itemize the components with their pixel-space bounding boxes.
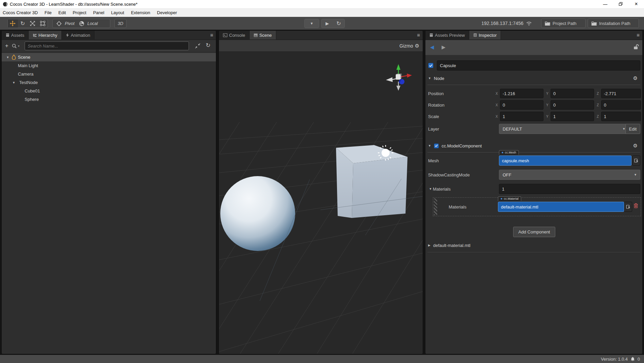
refresh-tree-button[interactable]: ↻ — [206, 42, 211, 49]
tree-item-main-light[interactable]: Main Light — [2, 61, 216, 70]
reload-button[interactable]: ↻ — [333, 19, 344, 28]
tree-item-testnode[interactable]: ▼ TestNode — [2, 78, 216, 87]
material-asset-field[interactable]: default-material.mtl — [498, 202, 624, 212]
search-input[interactable] — [25, 41, 189, 50]
mode-3d-button[interactable]: 3D — [115, 19, 126, 28]
rect-tool-button[interactable] — [38, 19, 48, 28]
axis-z-label: Z — [597, 103, 600, 107]
menu-cocos-creator-3d[interactable]: Cocos Creator 3D — [0, 8, 41, 17]
scene-tree: ▼ Scene Main Light Camera ▼ TestNode Cub… — [2, 53, 216, 354]
tree-item-scene[interactable]: ▼ Scene — [2, 53, 216, 61]
position-y-field[interactable] — [551, 89, 594, 98]
nav-forward-icon[interactable]: ▶ — [442, 44, 446, 50]
create-node-button[interactable]: + — [2, 43, 12, 49]
scale-x-field[interactable] — [500, 112, 543, 121]
tree-item-sphere[interactable]: Sphere — [2, 95, 216, 104]
play-button[interactable]: ▶ — [321, 19, 333, 28]
hierarchy-panel-menu-icon[interactable]: ≡ — [210, 32, 213, 38]
rotation-y-field[interactable] — [551, 100, 594, 110]
tree-item-camera[interactable]: Camera — [2, 70, 216, 78]
rotation-x-field[interactable] — [500, 100, 543, 110]
platform-dropdown-button[interactable]: ▼ — [305, 19, 319, 28]
search-filter-button[interactable]: ▼ — [12, 44, 20, 49]
materials-count-field[interactable]: 1 — [499, 184, 640, 194]
scale-tool-button[interactable] — [28, 19, 38, 28]
tree-item-cube01[interactable]: Cube01 — [2, 87, 216, 95]
reload-icon: ↻ — [336, 20, 341, 27]
layer-edit-button[interactable]: Edit — [625, 124, 640, 134]
model-component-settings-icon[interactable]: ⚙ — [633, 143, 638, 149]
scale-y-field[interactable] — [551, 112, 594, 121]
position-row: Position X Y Z — [428, 89, 640, 98]
model-component-checkbox[interactable] — [434, 143, 439, 148]
tab-assets-preview[interactable]: Assets Preview — [425, 31, 469, 39]
nav-back-icon[interactable]: ◀ — [430, 44, 434, 50]
local-toggle-button[interactable] — [77, 19, 86, 28]
section-expander-icon[interactable]: ▼ — [428, 144, 431, 147]
scale-z-field[interactable] — [601, 112, 641, 121]
installation-path-button[interactable]: Installation Path — [588, 19, 639, 28]
scene-viewport[interactable] — [219, 51, 423, 354]
layer-dropdown[interactable]: DEFAULT ▼ — [499, 124, 629, 134]
section-expander-icon[interactable]: ▼ — [428, 77, 431, 80]
lock-icon[interactable] — [633, 44, 639, 50]
gizmo-settings-icon[interactable]: ⚙ — [415, 43, 419, 49]
tab-assets[interactable]: Assets — [2, 31, 29, 39]
rotate-tool-button[interactable]: ↻ — [18, 19, 28, 28]
expander-icon[interactable]: ▼ — [6, 56, 10, 59]
drag-handle[interactable] — [434, 198, 437, 215]
collapse-all-button[interactable] — [195, 43, 200, 50]
menu-layout[interactable]: Layout — [108, 8, 128, 17]
position-z-field[interactable] — [601, 89, 641, 98]
add-component-button[interactable]: Add Component — [513, 227, 556, 237]
model-component-header[interactable]: ▼ cc.ModelComponent ⚙ — [428, 141, 640, 150]
expander-icon[interactable]: ▼ — [12, 81, 16, 84]
node-name-field[interactable] — [437, 60, 640, 71]
restore-button[interactable] — [613, 0, 628, 8]
tab-console[interactable]: Console — [219, 31, 250, 39]
material-picker-button[interactable] — [624, 202, 632, 212]
dropdown-caret-icon: ▼ — [310, 22, 313, 25]
shadow-casting-dropdown[interactable]: OFF ▼ — [499, 170, 640, 180]
menu-edit[interactable]: Edit — [55, 8, 69, 17]
sphere-object[interactable] — [220, 176, 310, 301]
inspector-panel-menu-icon[interactable]: ≡ — [637, 32, 640, 38]
tab-scene[interactable]: Scene — [250, 31, 276, 39]
node-settings-icon[interactable]: ⚙ — [633, 75, 638, 81]
search-icon — [12, 44, 17, 49]
material-asset-section-header[interactable]: ▶ default-material.mtl — [428, 241, 640, 250]
materials-expander-icon[interactable]: ▼ — [428, 187, 433, 191]
delete-material-icon[interactable] — [634, 203, 638, 208]
section-collapsed-icon[interactable]: ▶ — [428, 244, 430, 247]
rotation-z-field[interactable] — [601, 100, 641, 110]
hierarchy-panel: Assets Hierarchy Animation ≡ + — [1, 30, 216, 354]
cube-object[interactable] — [320, 145, 423, 235]
tab-hierarchy[interactable]: Hierarchy — [29, 31, 62, 39]
tab-animation[interactable]: Animation — [62, 31, 95, 39]
scene-panel-menu-icon[interactable]: ≡ — [417, 32, 420, 38]
mesh-asset-field[interactable]: capsule.mesh — [499, 156, 632, 166]
dropdown-caret-icon: ▼ — [634, 173, 637, 176]
tab-inspector[interactable]: Inspector — [469, 31, 501, 39]
move-icon — [10, 21, 16, 26]
axis-gizmo[interactable] — [386, 64, 412, 91]
move-tool-button[interactable] — [8, 19, 18, 28]
node-section-header[interactable]: ▼ Node ⚙ — [428, 74, 640, 83]
scene-flame-icon — [12, 55, 16, 60]
position-x-field[interactable] — [500, 89, 543, 98]
menu-developer[interactable]: Developer — [153, 8, 180, 17]
menu-panel[interactable]: Panel — [90, 8, 108, 17]
close-button[interactable]: × — [628, 0, 644, 8]
material-array-item: Materials ◆ cc.Material default-material… — [433, 197, 641, 216]
pivot-toggle-button[interactable] — [55, 19, 63, 28]
notification-bell-icon[interactable] — [631, 357, 635, 361]
assets-icon — [6, 33, 9, 37]
minimize-button[interactable]: — — [597, 0, 613, 8]
menu-project[interactable]: Project — [69, 8, 89, 17]
menu-extension[interactable]: Extension — [128, 8, 153, 17]
node-active-checkbox[interactable] — [428, 63, 433, 68]
mesh-picker-button[interactable] — [632, 156, 640, 166]
material-type-tag: ◆ cc.Material — [498, 196, 521, 201]
menu-file[interactable]: File — [41, 8, 55, 17]
project-path-button[interactable]: Project Path — [541, 19, 586, 28]
